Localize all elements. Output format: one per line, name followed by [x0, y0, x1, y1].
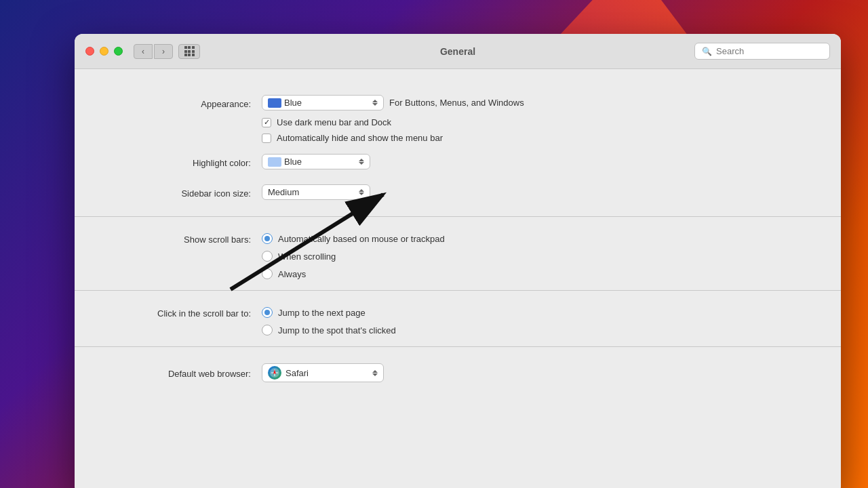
- checkboxes-group: Use dark menu bar and Dock Automatically…: [262, 117, 800, 143]
- radio-always: Always: [262, 268, 445, 279]
- search-input[interactable]: [716, 46, 823, 56]
- divider-1: [75, 216, 841, 217]
- scroll-bars-controls: Automatically based on mouse or trackpad…: [262, 233, 800, 279]
- click-scroll-row: Click in the scroll bar to: Jump to the …: [75, 302, 841, 341]
- divider-3: [75, 346, 841, 347]
- window-title: General: [440, 46, 475, 57]
- browser-dropdown[interactable]: Safari: [262, 363, 384, 382]
- radio-always-button[interactable]: [262, 268, 273, 279]
- highlight-label: Highlight color:: [115, 156, 251, 168]
- dark-menu-row: Use dark menu bar and Dock: [262, 117, 800, 127]
- radio-auto: Automatically based on mouse or trackpad: [262, 233, 445, 244]
- dark-menu-checkbox[interactable]: [262, 118, 271, 127]
- radio-next-page-label: Jump to the next page: [278, 308, 366, 318]
- radio-when-scrolling-label: When scrolling: [278, 251, 336, 262]
- appearance-controls: Blue For Buttons, Menus, and Windows: [262, 95, 800, 110]
- appearance-value: Blue: [284, 98, 302, 108]
- search-box[interactable]: 🔍: [694, 43, 830, 60]
- radio-always-label: Always: [278, 269, 306, 279]
- auto-hide-label: Automatically hide and show the menu bar: [277, 133, 443, 143]
- preferences-window: ‹ › General 🔍 Appearance:: [75, 34, 841, 488]
- click-scroll-radio-group: Jump to the next page Jump to the spot t…: [262, 307, 396, 336]
- radio-next-page: Jump to the next page: [262, 307, 396, 318]
- back-icon: ‹: [142, 47, 144, 56]
- appearance-helper: For Buttons, Menus, and Windows: [389, 98, 524, 108]
- minimize-button[interactable]: [100, 47, 108, 56]
- highlight-row: Highlight color: Blue: [75, 148, 841, 175]
- sidebar-size-row: Sidebar icon size: Medium: [75, 179, 841, 205]
- divider-2: [75, 290, 841, 291]
- highlight-controls: Blue: [262, 154, 800, 169]
- nav-buttons: ‹ ›: [134, 44, 173, 59]
- maximize-button[interactable]: [114, 47, 123, 56]
- auto-hide-checkbox[interactable]: [262, 134, 271, 143]
- appearance-dropdown[interactable]: Blue: [262, 95, 384, 110]
- traffic-lights: [85, 47, 123, 56]
- scroll-bars-label: Show scroll bars:: [115, 233, 251, 245]
- sidebar-size-controls: Medium: [262, 184, 800, 200]
- radio-auto-button[interactable]: [262, 233, 273, 244]
- close-button[interactable]: [85, 47, 94, 56]
- browser-controls: Safari: [262, 363, 800, 382]
- radio-spot-clicked: Jump to the spot that's clicked: [262, 325, 396, 336]
- grid-view-button[interactable]: [178, 44, 200, 59]
- radio-spot-clicked-label: Jump to the spot that's clicked: [278, 325, 396, 336]
- empty-label-1: [115, 117, 251, 119]
- forward-button[interactable]: ›: [154, 44, 173, 59]
- appearance-row: Appearance: Blue For Buttons, Menus, and…: [75, 89, 841, 116]
- radio-auto-label: Automatically based on mouse or trackpad: [278, 234, 445, 244]
- grid-icon: [184, 46, 195, 56]
- back-button[interactable]: ‹: [134, 44, 153, 59]
- sidebar-size-chevron: [359, 189, 364, 195]
- highlight-swatch: [268, 157, 281, 167]
- radio-next-page-button[interactable]: [262, 307, 273, 318]
- sidebar-size-label: Sidebar icon size:: [115, 186, 251, 199]
- safari-icon: [268, 366, 281, 380]
- browser-value: Safari: [285, 368, 309, 378]
- highlight-value: Blue: [284, 157, 302, 167]
- appearance-label: Appearance:: [115, 97, 251, 109]
- browser-row: Default web browser: Safari: [75, 358, 841, 388]
- dark-menu-label: Use dark menu bar and Dock: [277, 117, 391, 127]
- highlight-dropdown[interactable]: Blue: [262, 154, 370, 169]
- dark-menu-row: Use dark menu bar and Dock Automatically…: [75, 116, 841, 144]
- auto-hide-row: Automatically hide and show the menu bar: [262, 133, 800, 143]
- scroll-bars-row: Show scroll bars: Automatically based on…: [75, 228, 841, 285]
- browser-label: Default web browser:: [115, 367, 251, 379]
- search-icon: 🔍: [702, 47, 712, 56]
- forward-icon: ›: [162, 47, 165, 56]
- sidebar-size-value: Medium: [268, 187, 299, 197]
- settings-content: Appearance: Blue For Buttons, Menus, and…: [75, 69, 841, 488]
- scroll-bars-radio-group: Automatically based on mouse or trackpad…: [262, 233, 445, 279]
- radio-when-scrolling: When scrolling: [262, 251, 445, 262]
- radio-when-scrolling-button[interactable]: [262, 251, 273, 262]
- click-scroll-label: Click in the scroll bar to:: [115, 307, 251, 319]
- browser-chevron: [372, 370, 378, 376]
- radio-spot-clicked-button[interactable]: [262, 325, 273, 336]
- appearance-chevron: [372, 100, 378, 106]
- appearance-swatch: [268, 98, 281, 108]
- titlebar: ‹ › General 🔍: [75, 34, 841, 69]
- sidebar-size-dropdown[interactable]: Medium: [262, 184, 370, 200]
- highlight-chevron: [359, 159, 364, 165]
- click-scroll-controls: Jump to the next page Jump to the spot t…: [262, 307, 800, 336]
